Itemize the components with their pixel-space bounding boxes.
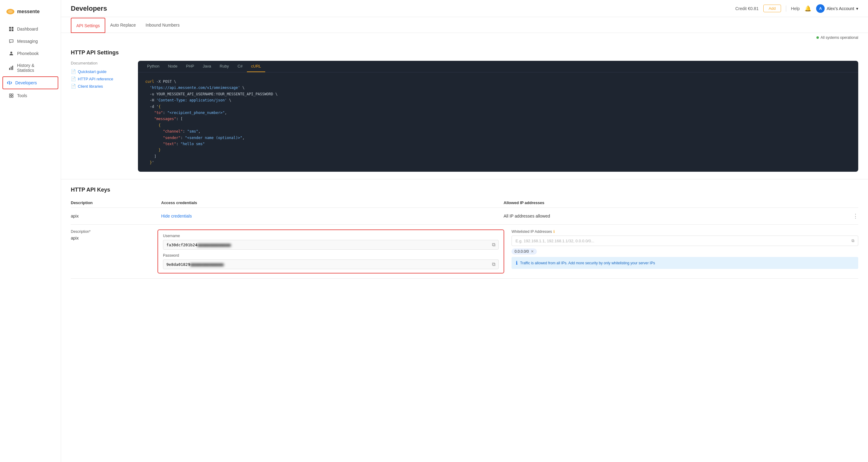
code-tab-node[interactable]: Node [163,61,182,72]
code-tab-php[interactable]: PHP [182,61,199,72]
message-icon [8,38,14,44]
ip-whitelist-container: Whitelisted IP Addresses ℹ E.g. 192.168.… [512,229,858,273]
doc-icon-2: 📄 [71,77,76,81]
avatar: A [816,4,825,13]
logo-icon [6,7,14,16]
description-value: apix [71,236,150,240]
chevron-down-icon: ▾ [856,6,858,11]
tool-icon [8,93,14,98]
col-header-description: Description [71,200,156,205]
row-more-button[interactable]: ⋮ [846,213,858,220]
doc-icon-3: 📄 [71,84,76,89]
svg-rect-7 [9,68,10,70]
tab-api-settings[interactable]: API Settings [71,18,105,33]
password-label: Password [163,253,499,258]
code-container: Python Node PHP Java Ruby C# cURL curl -… [138,61,858,172]
notification-bell-icon[interactable]: 🔔 [805,5,811,12]
sidebar-label-developers: Developers [15,80,37,85]
copy-password-icon[interactable]: ⧉ [492,262,495,267]
username-value: fa30dcf201b24●●●●●●●●●●●●●● [166,242,490,247]
ip-input[interactable]: E.g. 192.168.1.1, 192.168.1.1/32, 0.0.0.… [512,236,858,246]
svg-rect-2 [9,27,11,29]
main-content: Developers Credit €0.81 Add Help 🔔 A Ale… [61,0,868,462]
status-bar: All systems operational [61,33,868,42]
system-status: All systems operational [816,35,858,40]
copy-ip-icon[interactable]: ⧉ [851,238,854,243]
http-api-keys-section: HTTP API Keys Description Access credent… [61,179,868,286]
sidebar-label-dashboard: Dashboard [17,27,38,31]
logo: messente [0,5,61,23]
table-row: apix Hide credentials All IP addresses a… [71,208,858,225]
sidebar-label-history: History & Statistics [17,63,52,73]
username-blur: ●●●●●●●●●●●●●● [197,242,231,247]
table-header: Description Access credentials Allowed I… [71,198,858,208]
http-api-reference-link[interactable]: 📄 HTTP API reference [71,77,126,81]
svg-rect-3 [11,27,13,29]
svg-rect-13 [9,96,11,97]
sidebar-item-developers[interactable]: Developers [2,77,58,89]
username-container: Username fa30dcf201b24●●●●●●●●●●●●●● ⧉ [163,234,499,250]
http-api-settings-section: HTTP API Settings Documentation 📄 Quicks… [61,42,868,179]
code-tab-curl[interactable]: cURL [247,61,266,72]
description-label: Description* [71,229,150,234]
code-tab-java[interactable]: Java [198,61,215,72]
svg-rect-8 [11,67,11,70]
docs-column: Documentation 📄 Quickstart guide 📄 HTTP … [71,61,126,172]
hide-credentials-link[interactable]: Hide credentials [161,213,499,219]
quickstart-guide-link[interactable]: 📄 Quickstart guide [71,69,126,74]
help-button[interactable]: Help [791,6,800,11]
code-icon [7,80,12,86]
api-settings-content: Documentation 📄 Quickstart guide 📄 HTTP … [71,61,858,172]
sidebar-item-messaging[interactable]: Messaging [2,35,58,47]
sidebar-label-tools: Tools [17,93,27,98]
account-menu[interactable]: A Alex's Account ▾ [816,4,858,13]
password-container: Password 9e8da01829●●●●●●●●●●●●●● ⧉ [163,253,499,269]
sidebar: messente Dashboard Messaging Phonebook H… [0,0,61,462]
status-dot-icon [816,36,819,39]
add-button[interactable]: Add [763,5,781,12]
svg-rect-4 [9,29,11,31]
username-input-row: fa30dcf201b24●●●●●●●●●●●●●● ⧉ [163,240,499,250]
info-icon: ℹ [553,229,555,234]
logo-text: messente [17,9,40,15]
code-body: curl -X POST \ 'https://api.messente.com… [138,73,858,172]
sidebar-label-phonebook: Phonebook [17,51,39,56]
description-field-container: Description* apix [71,229,150,273]
tabs-bar: API Settings Auto Replace Inbound Number… [61,17,868,33]
svg-rect-9 [12,66,13,70]
svg-rect-12 [11,94,13,95]
sidebar-nav: Dashboard Messaging Phonebook History & … [0,23,61,102]
bar-chart-icon [8,65,14,70]
svg-rect-11 [9,94,11,95]
password-value: 9e8da01829●●●●●●●●●●●●●● [166,262,490,267]
doc-icon: 📄 [71,69,76,74]
svg-rect-5 [11,29,13,31]
tab-auto-replace[interactable]: Auto Replace [105,18,141,32]
credentials-box: Username fa30dcf201b24●●●●●●●●●●●●●● ⧉ P… [157,229,504,273]
svg-point-1 [8,10,13,13]
grid-icon [8,26,14,32]
header: Developers Credit €0.81 Add Help 🔔 A Ale… [61,0,868,17]
sidebar-item-phonebook[interactable]: Phonebook [2,48,58,59]
password-blur: ●●●●●●●●●●●●●● [190,262,224,267]
tab-inbound-numbers[interactable]: Inbound Numbers [141,18,184,32]
header-right: Credit €0.81 Add Help 🔔 A Alex's Account… [735,4,858,13]
copy-username-icon[interactable]: ⧉ [492,242,495,248]
sidebar-item-tools[interactable]: Tools [2,90,58,102]
sidebar-item-dashboard[interactable]: Dashboard [2,23,58,35]
credit-label: Credit €0.81 [735,6,758,11]
code-tab-ruby[interactable]: Ruby [215,61,233,72]
sidebar-label-messaging: Messaging [17,39,38,44]
code-tabs: Python Node PHP Java Ruby C# cURL [138,61,858,73]
col-header-ip: Allowed IP addresses [504,200,841,205]
ip-tag: 0.0.0.0/0 ✕ [512,249,537,255]
code-tab-python[interactable]: Python [143,61,163,72]
section-title-keys: HTTP API Keys [71,187,858,193]
docs-label: Documentation [71,61,126,65]
sidebar-item-history[interactable]: History & Statistics [2,60,58,76]
ip-label: Whitelisted IP Addresses ℹ [512,229,858,234]
code-tab-csharp[interactable]: C# [233,61,247,72]
remove-ip-tag-icon[interactable]: ✕ [531,249,534,254]
client-libraries-link[interactable]: 📄 Client libraries [71,84,126,89]
account-name: Alex's Account [827,6,854,11]
